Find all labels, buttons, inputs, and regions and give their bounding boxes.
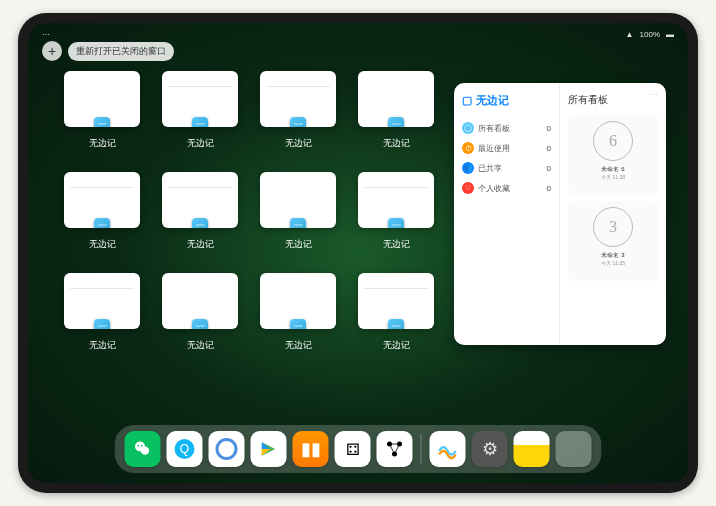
dock: Q ▮▮ ⚃ ⚙ xyxy=(115,425,602,473)
sidebar-item-icon: 👥 xyxy=(462,162,474,174)
window-preview: 〰 xyxy=(162,71,238,127)
window-label: 无边记 xyxy=(89,339,116,352)
window-preview: 〰 xyxy=(260,71,336,127)
sidebar-item-label: 所有看板 xyxy=(478,123,510,134)
window-label: 无边记 xyxy=(285,238,312,251)
sidebar-item-count: 0 xyxy=(547,124,551,133)
window-thumbnail[interactable]: 〰无边记 xyxy=(358,71,434,150)
sidebar-item-count: 0 xyxy=(547,144,551,153)
window-preview: 〰 xyxy=(64,273,140,329)
freeform-icon: 〰 xyxy=(388,117,404,127)
battery-icon: ▬ xyxy=(666,30,674,39)
window-thumbnail[interactable]: 〰无边记 xyxy=(64,273,140,352)
preview-content: 所有看板 6未命名 6今天 11:283未命名 3今天 11:25 xyxy=(560,83,666,345)
svg-line-8 xyxy=(390,444,395,454)
board-thumbnail: 6 xyxy=(593,121,633,161)
preview-right-title: 所有看板 xyxy=(568,93,658,107)
more-icon[interactable]: ⋯ xyxy=(648,89,658,100)
status-bar: ⋯ ▲ 100% ▬ xyxy=(36,27,680,41)
dock-app-play[interactable] xyxy=(251,431,287,467)
window-thumbnail[interactable]: 〰无边记 xyxy=(162,172,238,251)
dock-divider xyxy=(421,434,422,464)
ipad-frame: ⋯ ▲ 100% ▬ + 重新打开已关闭的窗口 〰无边记〰无边记〰无边记〰无边记… xyxy=(18,13,698,493)
freeform-icon: 〰 xyxy=(192,319,208,329)
window-thumbnail[interactable]: 〰无边记 xyxy=(358,172,434,251)
dock-app-qq[interactable]: Q xyxy=(167,431,203,467)
app-preview-panel: ⋯ ▢ 无边记 ◯所有看板0⏱最近使用0👥已共享0♡个人收藏0 所有看板 6未命… xyxy=(454,83,666,345)
svg-point-2 xyxy=(138,445,140,447)
sidebar-item[interactable]: ♡个人收藏0 xyxy=(462,178,551,198)
preview-sidebar: ▢ 无边记 ◯所有看板0⏱最近使用0👥已共享0♡个人收藏0 xyxy=(454,83,560,345)
sidebar-item[interactable]: ⏱最近使用0 xyxy=(462,138,551,158)
freeform-icon: 〰 xyxy=(94,319,110,329)
sidebar-item-label: 已共享 xyxy=(478,163,502,174)
svg-line-9 xyxy=(395,444,400,454)
window-preview: 〰 xyxy=(260,172,336,228)
window-thumbnail[interactable]: 〰无边记 xyxy=(260,172,336,251)
status-time: ⋯ xyxy=(42,30,50,39)
dock-app-dice[interactable]: ⚃ xyxy=(335,431,371,467)
svg-point-1 xyxy=(141,447,149,455)
dock-app-books[interactable]: ▮▮ xyxy=(293,431,329,467)
board-subtitle: 今天 11:25 xyxy=(601,260,625,266)
battery-percent: 100% xyxy=(640,30,660,39)
app-switcher-grid: 〰无边记〰无边记〰无边记〰无边记〰无边记〰无边记〰无边记〰无边记〰无边记〰无边记… xyxy=(64,71,434,352)
window-thumbnail[interactable]: 〰无边记 xyxy=(64,71,140,150)
sidebar-item[interactable]: ◯所有看板0 xyxy=(462,118,551,138)
sidebar-item-icon: ⏱ xyxy=(462,142,474,154)
window-preview: 〰 xyxy=(358,273,434,329)
reopen-closed-window-button[interactable]: 重新打开已关闭的窗口 xyxy=(68,42,174,61)
sidebar-item-icon: ◯ xyxy=(462,122,474,134)
window-thumbnail[interactable]: 〰无边记 xyxy=(162,71,238,150)
board-card[interactable]: 3未命名 3今天 11:25 xyxy=(568,201,658,281)
window-label: 无边记 xyxy=(187,137,214,150)
window-thumbnail[interactable]: 〰无边记 xyxy=(162,273,238,352)
freeform-icon: 〰 xyxy=(192,218,208,228)
dock-app-wechat[interactable] xyxy=(125,431,161,467)
freeform-icon: 〰 xyxy=(290,117,306,127)
dock-app-freeform[interactable] xyxy=(430,431,466,467)
sidebar-item[interactable]: 👥已共享0 xyxy=(462,158,551,178)
window-thumbnail[interactable]: 〰无边记 xyxy=(260,273,336,352)
window-thumbnail[interactable]: 〰无边记 xyxy=(260,71,336,150)
freeform-icon: 〰 xyxy=(290,319,306,329)
window-preview: 〰 xyxy=(162,172,238,228)
window-label: 无边记 xyxy=(187,238,214,251)
board-card[interactable]: 6未命名 6今天 11:28 xyxy=(568,115,658,195)
window-label: 无边记 xyxy=(187,339,214,352)
freeform-icon: 〰 xyxy=(290,218,306,228)
board-thumbnail: 3 xyxy=(593,207,633,247)
sidebar-item-count: 0 xyxy=(547,164,551,173)
dock-app-nodes[interactable] xyxy=(377,431,413,467)
window-preview: 〰 xyxy=(260,273,336,329)
window-preview: 〰 xyxy=(162,273,238,329)
screen: ⋯ ▲ 100% ▬ + 重新打开已关闭的窗口 〰无边记〰无边记〰无边记〰无边记… xyxy=(28,23,688,483)
window-label: 无边记 xyxy=(285,339,312,352)
board-title: 未命名 6 xyxy=(601,165,624,174)
sidebar-toggle-icon[interactable]: ▢ xyxy=(462,94,472,107)
freeform-icon: 〰 xyxy=(388,218,404,228)
freeform-icon: 〰 xyxy=(388,319,404,329)
window-label: 无边记 xyxy=(383,238,410,251)
window-preview: 〰 xyxy=(358,172,434,228)
add-button[interactable]: + xyxy=(42,41,62,61)
freeform-icon: 〰 xyxy=(94,117,110,127)
window-thumbnail[interactable]: 〰无边记 xyxy=(358,273,434,352)
preview-title: ▢ 无边记 xyxy=(462,93,551,108)
window-preview: 〰 xyxy=(64,172,140,228)
sidebar-item-icon: ♡ xyxy=(462,182,474,194)
dock-app-library[interactable] xyxy=(556,431,592,467)
sidebar-item-label: 个人收藏 xyxy=(478,183,510,194)
dock-app-settings[interactable]: ⚙ xyxy=(472,431,508,467)
sidebar-item-label: 最近使用 xyxy=(478,143,510,154)
dock-app-quark[interactable] xyxy=(209,431,245,467)
dock-app-notes[interactable] xyxy=(514,431,550,467)
window-thumbnail[interactable]: 〰无边记 xyxy=(64,172,140,251)
board-title: 未命名 3 xyxy=(601,251,624,260)
freeform-icon: 〰 xyxy=(192,117,208,127)
window-preview: 〰 xyxy=(64,71,140,127)
wifi-icon: ▲ xyxy=(626,30,634,39)
freeform-icon: 〰 xyxy=(94,218,110,228)
window-label: 无边记 xyxy=(383,339,410,352)
window-label: 无边记 xyxy=(89,137,116,150)
